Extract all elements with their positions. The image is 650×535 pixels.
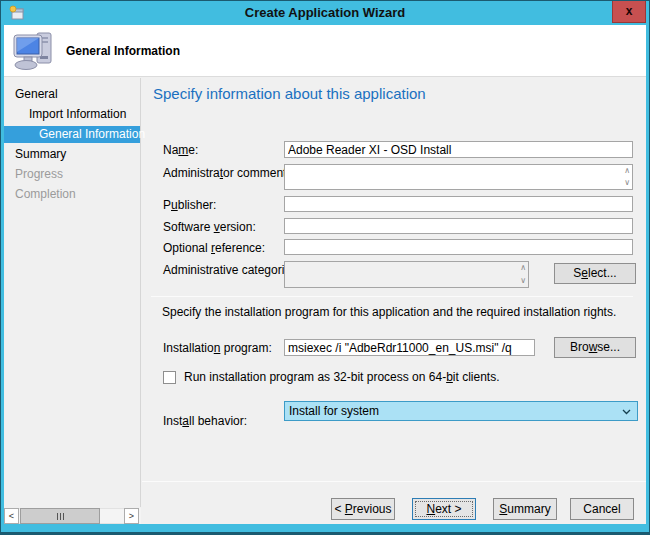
chevron-left-icon: <	[9, 511, 14, 521]
name-label: Name:	[163, 143, 198, 157]
create-application-wizard-window: Create Application Wizard x General Info…	[0, 0, 650, 535]
footer-separator	[142, 481, 646, 482]
installation-instruction-text: Specify the installation program for thi…	[162, 305, 616, 319]
page-heading: Specify information about this applicati…	[153, 85, 426, 102]
scroll-down-icon[interactable]: ∨	[520, 277, 526, 285]
select-button[interactable]: Select...	[554, 263, 636, 284]
chevron-right-icon: >	[129, 511, 134, 521]
sidebar-item-import-information[interactable]: Import Information	[4, 104, 140, 124]
name-input[interactable]	[284, 141, 633, 158]
administrator-comments-label: Administrator comments:	[163, 166, 296, 180]
title-bar[interactable]: Create Application Wizard x	[1, 1, 649, 25]
previous-button[interactable]: < Previous	[331, 498, 395, 520]
scroll-up-icon[interactable]: ∧	[624, 167, 630, 175]
sidebar-horizontal-scrollbar[interactable]: < >	[4, 508, 141, 524]
grip-icon	[60, 513, 61, 520]
chevron-down-icon	[622, 409, 631, 415]
sidebar-item-general[interactable]: General	[4, 84, 140, 104]
installation-program-label: Installation program:	[163, 341, 272, 355]
install-behavior-value: Install for system	[289, 404, 379, 418]
install-behavior-dropdown[interactable]: Install for system	[284, 401, 638, 421]
close-icon: x	[626, 4, 633, 18]
installation-program-input[interactable]	[284, 339, 535, 356]
run-32bit-checkbox-label: Run installation program as 32-bit proce…	[184, 370, 500, 384]
next-button[interactable]: Next >	[412, 498, 476, 520]
administrative-categories-input: ∧ ∨	[284, 261, 529, 288]
wizard-banner: General Information	[4, 25, 646, 77]
scroll-up-icon[interactable]: ∧	[520, 264, 526, 272]
wizard-steps-sidebar: General Import Information General Infor…	[4, 78, 141, 507]
sidebar-item-progress[interactable]: Progress	[4, 164, 140, 184]
administrator-comments-input[interactable]: ∧ ∨	[284, 164, 633, 190]
sidebar-item-summary[interactable]: Summary	[4, 144, 140, 164]
scroll-left-button[interactable]: <	[4, 508, 19, 524]
publisher-label: Publisher:	[163, 198, 216, 212]
software-version-input[interactable]	[284, 218, 633, 234]
browse-button[interactable]: Browse...	[554, 337, 636, 358]
software-version-label: Software version:	[163, 220, 256, 234]
close-button[interactable]: x	[612, 1, 646, 23]
publisher-input[interactable]	[284, 196, 633, 212]
run-32bit-checkbox[interactable]	[163, 371, 176, 384]
sidebar-item-general-information[interactable]: General Information	[4, 126, 140, 143]
wizard-client-area: General Information General Import Infor…	[4, 25, 646, 524]
summary-button[interactable]: Summary	[493, 498, 557, 520]
administrative-categories-label: Administrative categories:	[163, 263, 300, 277]
wizard-steps-nav: General Import Information General Infor…	[4, 84, 140, 204]
scroll-down-icon[interactable]: ∨	[624, 179, 630, 187]
optional-reference-label: Optional reference:	[163, 241, 265, 255]
install-behavior-label: Install behavior:	[163, 414, 247, 428]
section-separator	[151, 296, 633, 297]
cancel-button[interactable]: Cancel	[570, 498, 634, 520]
scroll-right-button[interactable]: >	[124, 508, 139, 524]
scrollbar-thumb[interactable]	[20, 508, 100, 524]
sidebar-item-completion[interactable]: Completion	[4, 184, 140, 204]
computer-icon	[12, 28, 58, 74]
optional-reference-input[interactable]	[284, 239, 633, 255]
window-title: Create Application Wizard	[1, 1, 649, 25]
banner-title: General Information	[66, 25, 180, 77]
